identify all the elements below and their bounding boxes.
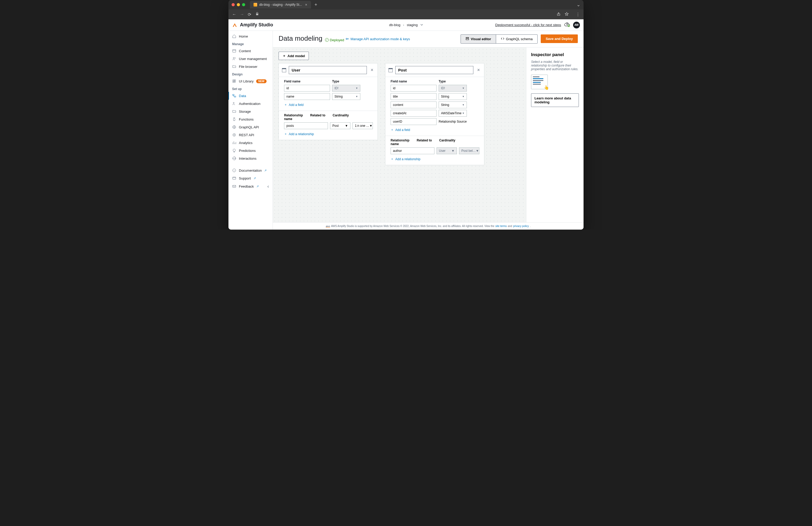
field-name-input[interactable] xyxy=(391,102,437,108)
sidebar-item-predictions[interactable]: Predictions xyxy=(229,147,273,154)
editor-mode-toggle: Visual editor GraphQL schema xyxy=(461,34,538,44)
field-name-input[interactable] xyxy=(391,85,437,92)
plus-icon: ＋ xyxy=(284,103,287,107)
svg-rect-22 xyxy=(466,39,469,40)
svg-point-15 xyxy=(233,149,235,151)
inspector-title: Inspector panel xyxy=(531,52,579,57)
relationship-name-input[interactable] xyxy=(391,147,434,154)
deployment-banner[interactable]: Deployment successful - click for next s… xyxy=(495,23,561,27)
sidebar-item-rest[interactable]: REST API xyxy=(229,131,273,139)
model-card: × Field nameType ID!▼ String▼ String▼ AW… xyxy=(385,63,484,165)
svg-rect-21 xyxy=(466,37,469,38)
sidebar-item-authentication[interactable]: Authentication xyxy=(229,100,273,107)
svg-rect-9 xyxy=(233,94,234,95)
sidebar-item-home[interactable]: Home xyxy=(229,32,273,40)
svg-rect-5 xyxy=(233,80,234,81)
field-name-input[interactable] xyxy=(391,118,437,125)
field-type-select[interactable]: String▼ xyxy=(439,93,467,100)
page-title: Data modeling xyxy=(279,34,322,42)
sidebar-item-graphql[interactable]: GraphQL API xyxy=(229,123,273,131)
minimize-window-icon[interactable] xyxy=(237,3,240,6)
field-name-input[interactable] xyxy=(284,93,330,100)
save-deploy-button[interactable]: Save and Deploy xyxy=(541,34,578,43)
lock-icon[interactable] xyxy=(255,12,259,17)
env-dropdown-icon[interactable] xyxy=(420,23,423,27)
close-tab-icon[interactable]: × xyxy=(305,3,307,7)
external-link-icon: ↗ xyxy=(253,177,256,180)
add-relationship-link[interactable]: ＋Add a relationship xyxy=(391,157,420,161)
external-link-icon: ↗ xyxy=(264,169,266,172)
share-icon[interactable] xyxy=(557,12,561,17)
browser-window: db-blog - staging - Amplify St... × + ⌄ … xyxy=(229,0,583,230)
sidebar-item-content[interactable]: Content xyxy=(229,47,273,55)
svg-point-20 xyxy=(346,39,347,40)
amplify-favicon xyxy=(253,3,257,6)
svg-rect-19 xyxy=(233,185,236,187)
manage-auth-link[interactable]: Manage API authorization mode & keys xyxy=(345,37,410,41)
address-bar: ← → ⟳ ⋮ xyxy=(229,10,583,19)
user-avatar[interactable]: AW xyxy=(573,22,580,28)
relationship-name-input[interactable] xyxy=(284,122,328,129)
sidebar-item-documentation[interactable]: Documentation ↗ xyxy=(229,166,273,174)
cursor-icon: 👆 xyxy=(544,85,549,90)
maximize-window-icon[interactable] xyxy=(242,3,245,6)
related-to-select[interactable]: Post▼ xyxy=(330,122,350,129)
browser-tab[interactable]: db-blog - staging - Amplify St... × xyxy=(250,1,311,9)
tab-title: db-blog - staging - Amplify St... xyxy=(259,3,302,6)
graphql-schema-tab[interactable]: GraphQL schema xyxy=(496,35,537,43)
add-field-link[interactable]: ＋Add a field xyxy=(284,103,304,107)
close-model-icon[interactable]: × xyxy=(476,67,481,73)
sidebar: Home Manage Content User management File… xyxy=(229,31,273,230)
sidebar-item-user-management[interactable]: User management xyxy=(229,55,273,63)
close-model-icon[interactable]: × xyxy=(369,67,374,73)
sidebar-item-data[interactable]: Data xyxy=(229,92,273,100)
close-window-icon[interactable] xyxy=(232,3,235,6)
inspector-illustration: 👆 xyxy=(531,75,548,89)
canvas-row: ＋ Add model × Field nameType ID!▼ String… xyxy=(273,47,583,222)
site-terms-link[interactable]: site terms xyxy=(495,225,507,227)
reload-icon[interactable]: ⟳ xyxy=(248,12,251,17)
breadcrumb-project[interactable]: db-blog xyxy=(389,23,400,27)
svg-point-11 xyxy=(233,102,234,103)
chevron-right-icon: › xyxy=(403,23,404,27)
add-model-button[interactable]: ＋ Add model xyxy=(279,52,309,60)
field-type-select[interactable]: AWSDateTime▼ xyxy=(439,110,467,117)
back-icon[interactable]: ← xyxy=(232,12,236,17)
field-name-input[interactable] xyxy=(391,93,437,100)
field-type-select[interactable]: String▼ xyxy=(332,93,360,100)
sidebar-item-feedback[interactable]: Feedback ↗ xyxy=(229,183,264,191)
new-tab-button[interactable]: + xyxy=(315,2,318,7)
sidebar-item-file-browser[interactable]: File browser xyxy=(229,63,273,71)
forward-icon[interactable]: → xyxy=(240,12,244,17)
visual-editor-tab[interactable]: Visual editor xyxy=(461,35,496,43)
page-header: Data modeling ✓ Deployed Manage API auth… xyxy=(273,31,583,47)
privacy-policy-link[interactable]: privacy policy xyxy=(513,225,529,227)
sidebar-section-setup: Set up xyxy=(229,85,273,92)
sidebar-item-storage[interactable]: Storage xyxy=(229,107,273,115)
field-name-input[interactable] xyxy=(284,85,330,92)
app-logo[interactable]: Amplify Studio xyxy=(232,22,273,28)
cloud-deploy-icon[interactable] xyxy=(564,22,570,28)
sidebar-item-interactions[interactable]: Interactions xyxy=(229,154,273,162)
sidebar-item-ui-library[interactable]: UI Library NEW xyxy=(229,77,273,85)
kebab-icon[interactable]: ⋮ xyxy=(576,12,580,17)
field-name-input[interactable] xyxy=(391,110,437,117)
star-icon[interactable] xyxy=(565,12,569,17)
add-relationship-link[interactable]: ＋Add a relationship xyxy=(284,132,314,136)
learn-more-button[interactable]: Learn more about data modeling xyxy=(531,93,579,107)
sidebar-collapse-icon[interactable]: ‹ xyxy=(264,182,273,191)
svg-point-3 xyxy=(233,57,234,58)
breadcrumb-env[interactable]: staging xyxy=(407,23,418,27)
field-type-select: ID!▼ xyxy=(439,85,467,92)
field-type-select[interactable]: String▼ xyxy=(439,102,467,108)
model-name-input[interactable] xyxy=(395,66,473,74)
model-name-input[interactable] xyxy=(289,66,367,74)
add-field-link[interactable]: ＋Add a field xyxy=(391,127,410,132)
sidebar-item-support[interactable]: Support ↗ xyxy=(229,174,273,182)
sidebar-item-analytics[interactable]: Analytics xyxy=(229,139,273,147)
sidebar-item-functions[interactable]: Functions xyxy=(229,115,273,123)
aws-logo-icon: aws xyxy=(326,225,330,227)
cardinality-select[interactable]: 1:n one …▼ xyxy=(352,122,373,129)
workspace: Data modeling ✓ Deployed Manage API auth… xyxy=(273,31,583,230)
chevron-down-icon[interactable]: ⌄ xyxy=(577,2,580,7)
